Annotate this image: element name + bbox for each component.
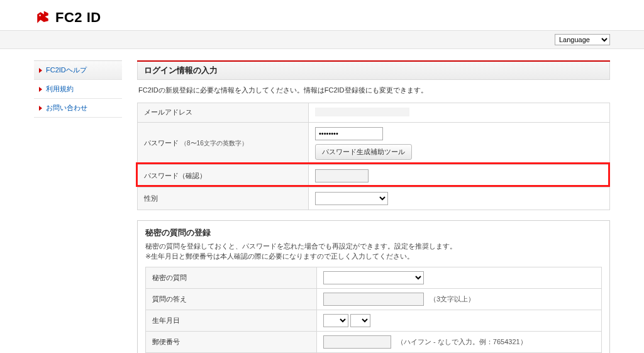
birth-row: 生年月日 [146, 310, 602, 331]
birth-label: 生年月日 [146, 310, 317, 331]
sidebar-item-terms[interactable]: 利用規約 [34, 79, 122, 98]
secret-question-select[interactable] [323, 271, 424, 284]
brand-name: FC2 ID [55, 9, 101, 26]
secret-section-title: 秘密の質問の登録 [145, 227, 602, 238]
email-row: メールアドレス [138, 103, 610, 122]
header: FC2 ID [0, 0, 644, 30]
password-input[interactable] [315, 127, 383, 140]
password-confirm-label: パスワード（確認） [138, 164, 309, 187]
arrow-right-icon [39, 106, 42, 111]
postal-row: 郵便番号 （ハイフン - なしで入力。例：7654321） [146, 331, 602, 352]
postal-input[interactable] [323, 335, 391, 349]
secret-question-label: 秘密の質問 [146, 267, 317, 288]
fc2-logo-icon [34, 9, 52, 26]
gender-select[interactable] [315, 192, 388, 205]
answer-input[interactable] [323, 293, 424, 306]
answer-row: 質問の答え （3文字以上） [146, 288, 602, 310]
answer-hint: （3文字以上） [430, 295, 475, 303]
secret-section-desc: 秘密の質問を登録しておくと、パスワードを忘れた場合でも再設定ができます。設定を推… [145, 241, 602, 262]
arrow-right-icon [39, 87, 42, 92]
arrow-right-icon [39, 68, 42, 73]
sidebar-item-label: お問い合わせ [46, 103, 87, 113]
logo: FC2 ID [34, 9, 644, 26]
secret-question-section: 秘密の質問の登録 秘密の質問を登録しておくと、パスワードを忘れた場合でも再設定が… [137, 220, 610, 353]
sidebar: FC2IDヘルプ 利用規約 お問い合わせ [34, 60, 122, 353]
svg-point-0 [39, 14, 41, 16]
sidebar-item-label: FC2IDヘルプ [46, 65, 87, 75]
sidebar-item-contact[interactable]: お問い合わせ [34, 98, 122, 118]
section-description: FC2IDの新規登録に必要な情報を入力してください。情報はFC2ID登録後にも変… [137, 80, 610, 103]
password-label: パスワード （8〜16文字の英数字） [138, 122, 309, 164]
password-row: パスワード （8〜16文字の英数字） パスワード生成補助ツール [138, 122, 610, 164]
login-form-table: メールアドレス パスワード （8〜16文字の英数字） パスワード生成補助ツール … [137, 103, 610, 210]
section-header: ログイン情報の入力 [137, 62, 610, 80]
birth-year-select[interactable] [323, 314, 348, 327]
language-bar: Language [0, 30, 644, 49]
main-content: ログイン情報の入力 FC2IDの新規登録に必要な情報を入力してください。情報はF… [137, 60, 610, 353]
email-label: メールアドレス [138, 103, 309, 122]
secret-form-table: 秘密の質問 質問の答え （3文字以上） 生年月日 [145, 267, 602, 353]
birth-month-select[interactable] [350, 314, 370, 327]
sidebar-item-help[interactable]: FC2IDヘルプ [34, 60, 122, 79]
password-generator-button[interactable]: パスワード生成補助ツール [315, 144, 412, 160]
answer-label: 質問の答え [146, 288, 317, 310]
secret-question-row: 秘密の質問 [146, 267, 602, 288]
gender-label: 性別 [138, 187, 309, 210]
password-confirm-row: パスワード（確認） [138, 164, 610, 187]
gender-row: 性別 [138, 187, 610, 210]
login-info-section: ログイン情報の入力 FC2IDの新規登録に必要な情報を入力してください。情報はF… [137, 60, 610, 210]
postal-label: 郵便番号 [146, 331, 317, 352]
sidebar-item-label: 利用規約 [46, 84, 74, 94]
language-select[interactable]: Language [555, 34, 610, 45]
email-value [315, 108, 409, 116]
postal-hint: （ハイフン - なしで入力。例：7654321） [397, 338, 527, 345]
password-confirm-input[interactable] [315, 169, 369, 182]
